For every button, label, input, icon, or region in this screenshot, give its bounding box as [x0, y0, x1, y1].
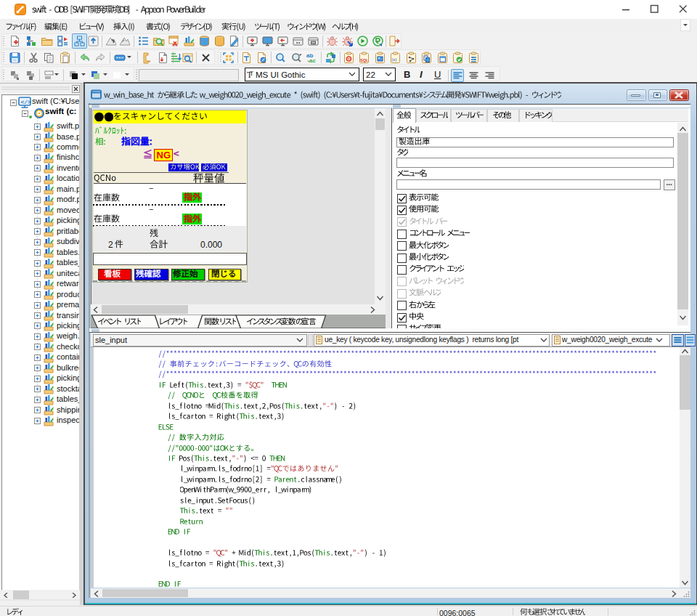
- svg-text:SQL: SQL: [360, 58, 369, 62]
- svg-text:T: T: [250, 70, 253, 77]
- svg-text:</>: </>: [21, 99, 32, 105]
- svg-text:(x): (x): [391, 57, 396, 62]
- svg-text:ac: ac: [309, 57, 316, 64]
